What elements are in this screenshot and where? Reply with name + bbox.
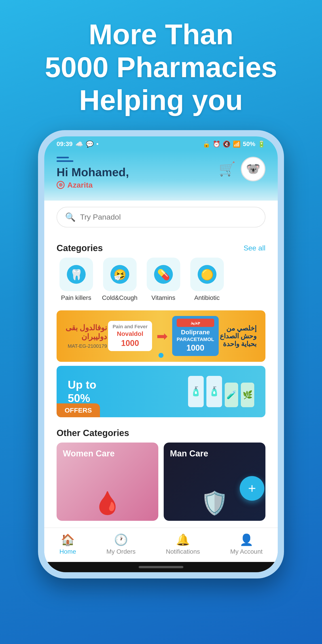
category-item-vitamins[interactable]: 💊 Vitamins <box>144 258 183 302</box>
mute-icon: 🔇 <box>223 140 230 148</box>
arrow-icon: ➡ <box>156 328 168 344</box>
novaldol-box: Pain and Fever Novaldol 1000 <box>108 321 152 351</box>
man-care-label: Man Care <box>170 449 208 458</box>
search-bar[interactable]: 🔍 <box>56 207 266 228</box>
categories-row: 🦷 Pain killers 🤧 Cold&Cough <box>44 258 278 308</box>
phone-screen: 09:39 ☁️ 💬 • 🔒 ⏰ 🔇 📶 50% 🔋 Hi M <box>44 136 278 572</box>
promo-ar-text5: بحباية واحدة <box>220 340 256 348</box>
new-badge: جديد <box>177 319 214 327</box>
hero-line2: 5000 Pharmacies <box>45 51 277 83</box>
fab-icon: + <box>248 480 256 496</box>
cart-icon[interactable]: 🛒 <box>219 161 236 177</box>
hero-line3: Helping you <box>79 84 243 116</box>
header-left: Hi Mohamed, ⊕ Azarita <box>56 157 129 190</box>
fab-button[interactable]: + <box>240 476 264 501</box>
promo-pills-area: Pain and Fever Novaldol 1000 ➡ جديد Doli… <box>108 316 218 356</box>
hero-section: More Than 5000 Pharmacies Helping you <box>45 18 277 117</box>
women-care-card[interactable]: Women Care 🩸 <box>56 442 158 521</box>
offers-title-line2: 50% <box>68 392 96 405</box>
offers-badge: OFFERS <box>56 404 100 417</box>
home-icon: 🏠 <box>61 533 75 546</box>
painkiller-icon: 🦷 <box>60 258 93 291</box>
doliprane-name: Doliprane <box>177 328 214 336</box>
promo-ar-text3: إخلصي من <box>220 324 256 332</box>
promo-text-left: نوفالدول بقى دوليبران MAT-EG-2100179 <box>66 323 107 349</box>
category-item-painkillers[interactable]: 🦷 Pain killers <box>56 258 96 302</box>
status-bar: 09:39 ☁️ 💬 • 🔒 ⏰ 🔇 📶 50% 🔋 <box>44 136 278 150</box>
nav-home[interactable]: 🏠 Home <box>60 533 76 555</box>
doliprane-dose: 1000 <box>177 343 214 353</box>
antibiotic-label: Antibiotic <box>194 294 220 302</box>
greeting-text: Hi Mohamed, <box>56 166 129 179</box>
location-icon: ⊕ <box>56 181 64 189</box>
alarm-icon: ⏰ <box>213 140 220 148</box>
lock-icon: 🔒 <box>202 140 210 148</box>
indicator-bar <box>139 566 183 568</box>
categories-title: Categories <box>56 243 103 253</box>
search-icon: 🔍 <box>65 212 76 222</box>
main-content: Categories See all 🦷 Pain killers <box>44 236 278 572</box>
search-input[interactable] <box>80 213 257 222</box>
bottom-nav: 🏠 Home 🕐 My Orders 🔔 Notifications 👤 My … <box>44 528 278 562</box>
time: 09:39 <box>56 140 73 148</box>
offers-banner[interactable]: Up to 50% 🧴 🧴 🧪 🌿 OFFERS <box>56 366 266 417</box>
nav-account[interactable]: 👤 My Account <box>230 533 263 555</box>
promo-ar-text4: وحش الصداع <box>220 332 256 340</box>
svg-text:💊: 💊 <box>157 268 170 281</box>
location-row: ⊕ Azarita <box>56 181 129 190</box>
account-icon: 👤 <box>240 533 253 546</box>
category-item-cold[interactable]: 🤧 Cold&Cough <box>100 258 139 302</box>
orders-icon: 🕐 <box>114 533 128 546</box>
doliprane-box: جديد Doliprane PARACETAMOL 1000 <box>172 316 219 356</box>
orders-label: My Orders <box>106 548 136 555</box>
cloud-icon: ☁️ <box>75 140 83 148</box>
account-label: My Account <box>230 548 263 555</box>
home-label: Home <box>60 548 76 555</box>
status-right: 🔒 ⏰ 🔇 📶 50% 🔋 <box>202 140 266 148</box>
antibiotic-icon: 🟡 <box>190 258 224 291</box>
cold-label: Cold&Cough <box>102 294 138 302</box>
dot-icon: • <box>96 140 98 148</box>
category-item-antibiotic[interactable]: 🟡 Antibiotic <box>188 258 226 302</box>
women-care-image: 🩸 <box>94 490 122 516</box>
search-section: 🔍 <box>44 200 278 236</box>
status-left: 09:39 ☁️ 💬 • <box>56 140 98 148</box>
product2: 🧴 <box>206 376 222 407</box>
header-right: 🛒 🐨 <box>219 157 266 181</box>
novaldol-dose: 1000 <box>112 338 148 348</box>
other-categories-title: Other Categories <box>44 421 278 442</box>
product1: 🧴 <box>188 376 204 407</box>
women-care-label: Women Care <box>63 449 115 458</box>
novaldol-name: Novaldol <box>112 330 148 338</box>
vitamins-icon: 💊 <box>147 258 180 291</box>
menu-line2 <box>56 160 73 162</box>
man-care-image: 🛡️ <box>200 490 228 516</box>
battery-icon: 🔋 <box>258 140 266 148</box>
battery-text: 50% <box>243 140 255 148</box>
promo-ar-text1: نوفالدول بقى <box>66 323 107 332</box>
location-text: Azarita <box>67 181 92 190</box>
svg-text:🟡: 🟡 <box>200 268 214 281</box>
menu-line1 <box>56 157 69 158</box>
product4: 🌿 <box>241 382 254 407</box>
home-indicator <box>44 562 278 572</box>
offers-title-line1: Up to <box>68 378 96 392</box>
notifications-icon: 🔔 <box>176 533 190 546</box>
novaldol-subtitle: Pain and Fever <box>112 324 148 330</box>
promo-banner[interactable]: نوفالدول بقى دوليبران MAT-EG-2100179 Pai… <box>56 310 266 362</box>
notifications-label: Notifications <box>166 548 200 555</box>
cold-icon: 🤧 <box>103 258 137 291</box>
svg-text:🤧: 🤧 <box>113 268 126 281</box>
painkiller-label: Pain killers <box>61 294 91 302</box>
avatar[interactable]: 🐨 <box>241 157 266 181</box>
promo-text-right: إخلصي من وحش الصداع بحباية واحدة <box>220 324 256 348</box>
nav-orders[interactable]: 🕐 My Orders <box>106 533 136 555</box>
promo-ref: MAT-EG-2100179 <box>66 343 107 349</box>
offers-products: 🧴 🧴 🧪 🌿 <box>188 376 254 407</box>
menu-button[interactable] <box>56 157 129 162</box>
see-all-button[interactable]: See all <box>244 244 266 252</box>
doliprane-subtitle: PARACETAMOL <box>177 336 214 343</box>
nav-notifications[interactable]: 🔔 Notifications <box>166 533 200 555</box>
hero-line1: More Than <box>88 18 233 50</box>
categories-header: Categories See all <box>44 236 278 258</box>
